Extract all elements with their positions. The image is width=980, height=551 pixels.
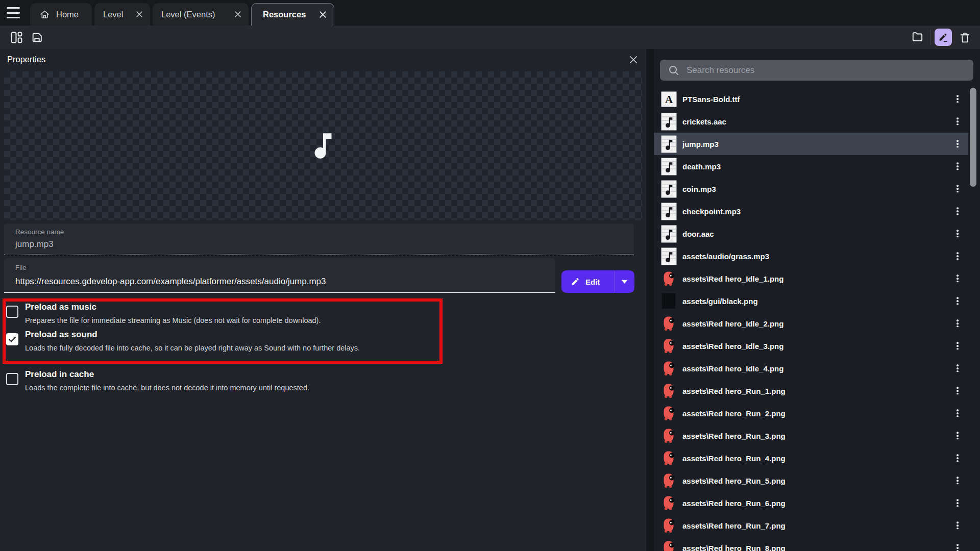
tab-close-icon[interactable] — [319, 11, 327, 18]
kebab-menu-icon[interactable] — [954, 294, 961, 308]
close-icon[interactable] — [629, 55, 638, 64]
kebab-menu-icon[interactable] — [954, 362, 961, 375]
resource-type-icon: A — [660, 90, 677, 108]
resource-type-icon: A — [660, 494, 677, 512]
resource-list-item[interactable]: A assets\Red her — [654, 402, 968, 424]
resource-name-input[interactable] — [15, 239, 623, 249]
layout-panels-icon[interactable] — [9, 30, 23, 44]
resource-type-icon: A — [660, 449, 677, 467]
resource-type-icon: A — [660, 135, 677, 153]
folder-icon[interactable] — [911, 30, 925, 44]
scrollbar-thumb[interactable] — [970, 88, 976, 187]
resource-name-label: assets\Red hero_Run_1.png — [682, 387, 786, 395]
resource-list-item[interactable]: A assets\Red her — [654, 514, 968, 537]
kebab-menu-icon[interactable] — [954, 519, 961, 532]
properties-header: Properties — [0, 49, 646, 71]
kebab-menu-icon[interactable] — [954, 339, 961, 353]
resource-list-item[interactable]: A assets\Red her — [654, 357, 968, 380]
hamburger-menu-icon[interactable] — [7, 7, 20, 18]
resource-list-item[interactable]: A assets\Red her — [654, 537, 968, 551]
resource-type-icon: A — [660, 427, 677, 445]
kebab-menu-icon[interactable] — [954, 137, 961, 151]
file-field[interactable]: File — [4, 258, 555, 293]
edit-mode-button[interactable] — [935, 29, 952, 46]
resource-list-item[interactable]: A assets\Red her — [654, 469, 968, 492]
tab-close-icon[interactable] — [234, 11, 241, 18]
resource-name-label: assets/gui/black.png — [682, 297, 758, 306]
resource-type-icon: A — [660, 337, 677, 355]
resource-list-item[interactable]: A checkpoint.mp3 — [654, 200, 968, 222]
kebab-menu-icon[interactable] — [954, 227, 961, 240]
edit-button[interactable]: Edit — [561, 270, 634, 293]
resources-panel: A PTSans-Bold.tt — [654, 49, 980, 551]
kebab-menu-icon[interactable] — [954, 317, 961, 330]
kebab-menu-icon[interactable] — [954, 496, 961, 510]
search-input[interactable] — [687, 65, 962, 76]
kebab-menu-icon[interactable] — [954, 182, 961, 195]
edit-dropdown-button[interactable] — [615, 270, 634, 293]
resource-list-item[interactable]: A assets/audio/g — [654, 245, 968, 267]
resource-name-label: assets\Red hero_Run_5.png — [682, 477, 786, 485]
resource-name-label: assets\Red hero_Run_4.png — [682, 454, 786, 463]
resource-name-field[interactable]: Resource name — [4, 223, 634, 255]
resource-name-label: coin.mp3 — [682, 185, 716, 193]
search-icon — [668, 64, 680, 77]
resource-list-item[interactable]: A coin.mp3 — [654, 178, 968, 200]
kebab-menu-icon[interactable] — [954, 160, 961, 173]
resource-type-icon: A — [660, 292, 677, 310]
tab-label: Home — [56, 10, 79, 19]
tab-level[interactable]: Level — [94, 3, 150, 26]
resource-name-label: assets\Red hero_Run_8.png — [682, 544, 786, 551]
resource-list-item[interactable]: A door.aac — [654, 222, 968, 245]
resource-list-item[interactable]: A assets\Red her — [654, 335, 968, 357]
svg-text:A: A — [665, 93, 673, 106]
resource-list-item[interactable]: A assets\Red her — [654, 312, 968, 335]
resource-name-label: assets\Red hero_Idle_1.png — [682, 274, 783, 283]
preload-option-row: Preload as music Prepares the file for i… — [6, 301, 440, 324]
resource-name-label: assets\Red hero_Run_6.png — [682, 499, 786, 508]
resource-list-item[interactable]: A death.mp3 — [654, 155, 968, 178]
tab-home[interactable]: Home — [30, 3, 92, 26]
resource-list-item[interactable]: A crickets.aac — [654, 110, 968, 133]
tab-close-icon[interactable] — [135, 11, 143, 18]
resource-name-label: PTSans-Bold.ttf — [682, 95, 740, 104]
resource-list-item[interactable]: A assets\Red her — [654, 492, 968, 514]
tab-strip: Home Level Level (Events) Resources — [0, 0, 980, 26]
resource-list-item[interactable]: A assets\Red her — [654, 424, 968, 447]
save-icon[interactable] — [30, 30, 44, 44]
kebab-menu-icon[interactable] — [954, 541, 961, 551]
kebab-menu-icon[interactable] — [954, 272, 961, 285]
kebab-menu-icon[interactable] — [954, 249, 961, 263]
checkbox[interactable] — [6, 306, 18, 318]
file-field-label: File — [15, 264, 27, 271]
caret-down-icon — [621, 280, 628, 284]
tab-label: Level (Events) — [161, 10, 215, 19]
trash-icon[interactable] — [958, 30, 972, 44]
kebab-menu-icon[interactable] — [954, 92, 961, 106]
toolbar-divider — [930, 30, 930, 45]
tab-resources[interactable]: Resources — [251, 3, 334, 26]
resource-list-item[interactable]: A assets\Red her — [654, 267, 968, 290]
kebab-menu-icon[interactable] — [954, 384, 961, 397]
kebab-menu-icon[interactable] — [954, 115, 961, 128]
resource-list-item[interactable]: A PTSans-Bold.tt — [654, 88, 968, 110]
kebab-menu-icon[interactable] — [954, 429, 961, 442]
resource-name-label: assets/audio/grass.mp3 — [682, 252, 769, 261]
kebab-menu-icon[interactable] — [954, 452, 961, 465]
resource-list-item[interactable]: A assets\Red her — [654, 447, 968, 469]
resource-list-item[interactable]: A assets/gui/bla — [654, 290, 968, 312]
resource-type-icon: A — [660, 224, 677, 243]
resource-list-item[interactable]: A assets\Red her — [654, 380, 968, 402]
file-url-input[interactable] — [15, 277, 546, 287]
preload-option-description: Loads the fully decoded file into cache,… — [25, 344, 360, 352]
tab-label: Resources — [263, 10, 306, 19]
tab-level-events[interactable]: Level (Events) — [153, 3, 249, 26]
kebab-menu-icon[interactable] — [954, 407, 961, 420]
kebab-menu-icon[interactable] — [954, 205, 961, 218]
resource-list-item[interactable]: A jump.mp3 — [654, 133, 968, 155]
search-box[interactable] — [660, 60, 973, 81]
kebab-menu-icon[interactable] — [954, 474, 961, 487]
checkbox[interactable] — [6, 333, 18, 345]
pencil-icon — [571, 277, 580, 286]
checkbox[interactable] — [6, 373, 18, 385]
